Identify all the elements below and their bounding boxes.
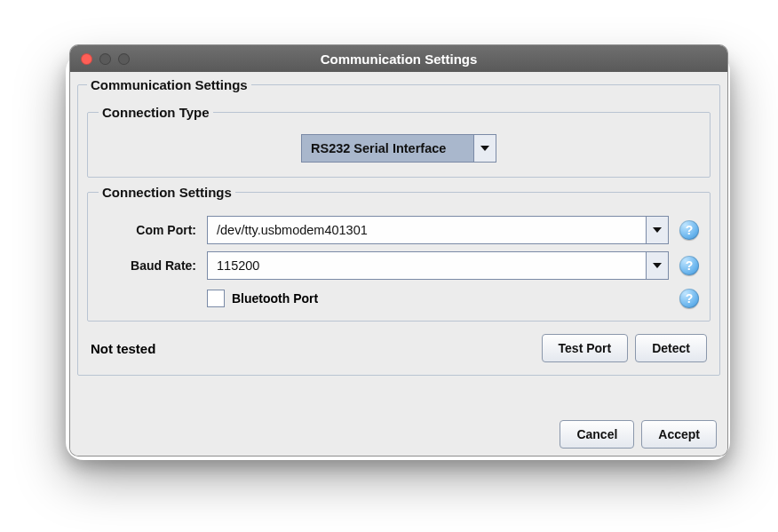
com-port-label: Com Port:	[99, 223, 196, 237]
minimize-icon[interactable]	[99, 53, 111, 65]
bluetooth-checkbox[interactable]	[207, 290, 225, 307]
baud-rate-value: 115200	[208, 252, 646, 279]
test-port-button[interactable]: Test Port	[542, 334, 629, 362]
chevron-down-icon	[473, 135, 496, 162]
connection-type-group: Connection Type RS232 Serial Interface	[87, 105, 711, 178]
window-title: Communication Settings	[70, 52, 727, 67]
accept-button[interactable]: Accept	[641, 420, 717, 449]
com-port-select[interactable]: /dev/tty.usbmodem401301	[207, 216, 669, 244]
connection-type-title: Connection Type	[99, 105, 213, 120]
communication-settings-group: Communication Settings Connection Type R…	[77, 77, 720, 376]
help-icon[interactable]: ?	[679, 220, 699, 240]
traffic-lights	[81, 53, 130, 65]
com-port-value: /dev/tty.usbmodem401301	[208, 217, 646, 243]
bluetooth-label: Bluetooth Port	[232, 291, 318, 306]
dialog-footer: Cancel Accept	[77, 415, 720, 449]
dialog-window: Communication Settings Communication Set…	[69, 44, 728, 457]
connection-settings-group: Connection Settings Com Port: /dev/tty.u…	[87, 185, 711, 322]
chevron-down-icon	[646, 252, 668, 279]
connection-type-value: RS232 Serial Interface	[302, 135, 473, 162]
close-icon[interactable]	[81, 53, 92, 65]
status-text: Not tested	[91, 341, 535, 356]
help-icon[interactable]: ?	[679, 289, 699, 308]
detect-button[interactable]: Detect	[635, 334, 707, 362]
connection-settings-title: Connection Settings	[99, 185, 235, 200]
baud-rate-label: Baud Rate:	[99, 258, 196, 273]
zoom-icon[interactable]	[118, 53, 130, 65]
chevron-down-icon	[646, 217, 668, 243]
baud-rate-select[interactable]: 115200	[207, 251, 669, 280]
group-title: Communication Settings	[87, 77, 251, 92]
client-area: Communication Settings Connection Type R…	[70, 72, 727, 456]
help-icon[interactable]: ?	[679, 256, 699, 275]
connection-type-select[interactable]: RS232 Serial Interface	[301, 134, 496, 163]
titlebar[interactable]: Communication Settings	[70, 45, 727, 72]
cancel-button[interactable]: Cancel	[560, 420, 634, 449]
